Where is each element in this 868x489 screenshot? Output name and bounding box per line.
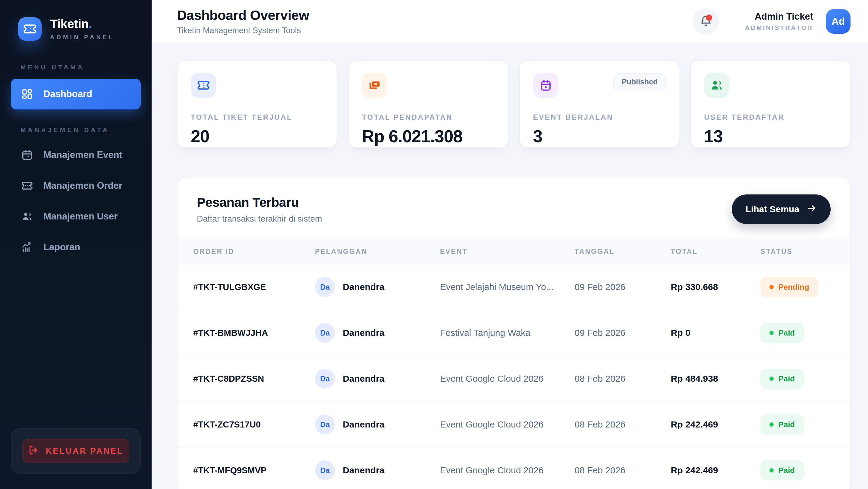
sidebar-item-manajemen-user[interactable]: Manajemen User [11, 201, 141, 232]
stat-card-event-berjalan: Published EVENT BERJALAN 3 [519, 60, 680, 148]
sidebar-item-label: Manajemen User [43, 211, 118, 222]
stat-card-pendapatan: TOTAL PENDAPATAN Rp 6.021.308 [348, 60, 508, 148]
status-dot [770, 331, 774, 335]
main-area: Dashboard Overview Tiketin Management Sy… [152, 0, 868, 489]
order-date: 09 Feb 2026 [575, 328, 671, 338]
ticket-logo-icon [18, 17, 41, 41]
user-avatar[interactable]: Ad [826, 9, 850, 34]
column-header-total: TOTAL [671, 247, 761, 256]
column-header-event: EVENT [440, 247, 575, 256]
order-id: #TKT-ZC7S17U0 [193, 420, 315, 430]
calendar-icon [533, 73, 558, 98]
event-name: Event Google Cloud 2026 [440, 373, 575, 384]
logout-label: KELUAR PANEL [46, 447, 124, 456]
status-label: Paid [778, 374, 795, 384]
sidebar-section-menu-utama: MENU UTAMA [21, 64, 141, 71]
stat-value: 3 [533, 126, 666, 146]
status-badge: Paid [761, 460, 804, 480]
customer-avatar: Da [315, 369, 335, 389]
user-name: Admin Ticket [745, 11, 813, 22]
order-total: Rp 242.469 [671, 419, 761, 430]
ticket-icon [21, 180, 34, 191]
status-badge: Paid [761, 415, 804, 434]
topbar: Dashboard Overview Tiketin Management Sy… [152, 0, 868, 43]
app-name: Tiketin. [50, 17, 115, 31]
banknote-icon [362, 73, 387, 98]
arrow-right-icon [807, 204, 817, 215]
stat-label: EVENT BERJALAN [533, 113, 666, 122]
customer-name: Danendra [343, 465, 384, 476]
sidebar-item-label: Manajemen Order [43, 180, 122, 191]
order-id: #TKT-MFQ9SMVP [193, 465, 315, 476]
event-name: Event Google Cloud 2026 [440, 419, 575, 430]
sidebar-item-label: Manajemen Event [43, 150, 122, 160]
order-date: 08 Feb 2026 [575, 419, 671, 430]
sidebar-item-manajemen-order[interactable]: Manajemen Order [11, 170, 141, 201]
table-row: #TKT-MFQ9SMVP Da Danendra Event Google C… [178, 447, 850, 489]
user-role: ADMINISTRATOR [745, 24, 813, 31]
status-label: Paid [778, 466, 795, 475]
logout-button[interactable]: KELUAR PANEL [22, 439, 129, 463]
app-tagline: ADMIN PANEL [50, 34, 115, 41]
content: TOTAL TIKET TERJUAL 20 TOTAL PENDAPATAN … [152, 43, 868, 489]
panel-subtitle: Daftar transaksi terakhir di sistem [197, 214, 322, 224]
notifications-button[interactable] [692, 8, 719, 35]
stat-value: Rp 6.021.308 [362, 126, 495, 146]
order-total: Rp 484.938 [671, 373, 761, 384]
status-badge: Paid [761, 323, 804, 343]
logout-container: KELUAR PANEL [11, 428, 141, 474]
app-logo: Tiketin. ADMIN PANEL [11, 17, 141, 41]
customer-name: Danendra [343, 419, 384, 430]
page-heading: Dashboard Overview Tiketin Management Sy… [177, 7, 309, 35]
customer-avatar: Da [315, 415, 335, 434]
panel-title: Pesanan Terbaru [197, 195, 322, 210]
order-date: 08 Feb 2026 [575, 373, 671, 384]
sidebar-item-label: Dashboard [43, 89, 92, 99]
stat-card-tiket-terjual: TOTAL TIKET TERJUAL 20 [177, 60, 337, 148]
stat-value: 13 [704, 126, 837, 146]
view-all-button[interactable]: Lihat Semua [732, 194, 831, 224]
users-icon [704, 73, 730, 98]
order-total: Rp 330.668 [671, 282, 761, 292]
sidebar: Tiketin. ADMIN PANEL MENU UTAMA Dashboar… [0, 0, 152, 489]
order-id: #TKT-TULGBXGE [193, 282, 315, 292]
status-dot [770, 376, 774, 381]
status-badge: Pending [761, 277, 818, 297]
customer-avatar: Da [315, 460, 335, 480]
order-date: 08 Feb 2026 [575, 465, 671, 476]
column-header-status: STATUS [761, 247, 834, 256]
status-label: Paid [778, 420, 795, 429]
status-dot [770, 422, 774, 427]
table-row: #TKT-BMBWJJHA Da Danendra Festival Tanju… [178, 310, 850, 356]
status-dot [770, 285, 774, 289]
status-label: Pending [778, 282, 809, 292]
column-header-tanggal: TANGGAL [575, 247, 671, 256]
order-id: #TKT-C8DPZSSN [193, 374, 315, 384]
column-header-pelanggan: PELANGGAN [315, 247, 440, 256]
column-header-order-id: ORDER ID [193, 247, 315, 256]
stat-label: TOTAL PENDAPATAN [362, 113, 495, 122]
view-all-label: Lihat Semua [746, 204, 799, 214]
recent-orders-panel: Pesanan Terbaru Daftar transaksi terakhi… [177, 177, 850, 489]
published-badge: Published [613, 73, 666, 90]
event-name: Event Google Cloud 2026 [440, 465, 575, 476]
stat-label: USER TERDAFTAR [704, 113, 837, 122]
notification-dot [706, 14, 712, 21]
sidebar-item-dashboard[interactable]: Dashboard [11, 79, 141, 110]
event-name: Festival Tanjung Waka [440, 328, 575, 338]
customer-name: Danendra [343, 282, 384, 292]
user-meta: Admin Ticket ADMINISTRATOR [745, 11, 813, 31]
sidebar-item-label: Laporan [43, 242, 80, 253]
sidebar-item-laporan[interactable]: Laporan [11, 232, 141, 263]
customer-avatar: Da [315, 277, 335, 297]
status-badge: Paid [761, 369, 804, 389]
sidebar-item-manajemen-event[interactable]: Manajemen Event [11, 140, 141, 170]
order-id: #TKT-BMBWJJHA [193, 328, 315, 338]
header-divider [732, 13, 733, 30]
stat-card-user-terdaftar: USER TERDAFTAR 13 [690, 60, 850, 148]
order-total: Rp 0 [671, 328, 761, 338]
calendar-icon [21, 149, 34, 161]
stat-label: TOTAL TIKET TERJUAL [191, 113, 323, 122]
dashboard-icon [21, 88, 34, 100]
table-row: #TKT-C8DPZSSN Da Danendra Event Google C… [178, 356, 850, 401]
